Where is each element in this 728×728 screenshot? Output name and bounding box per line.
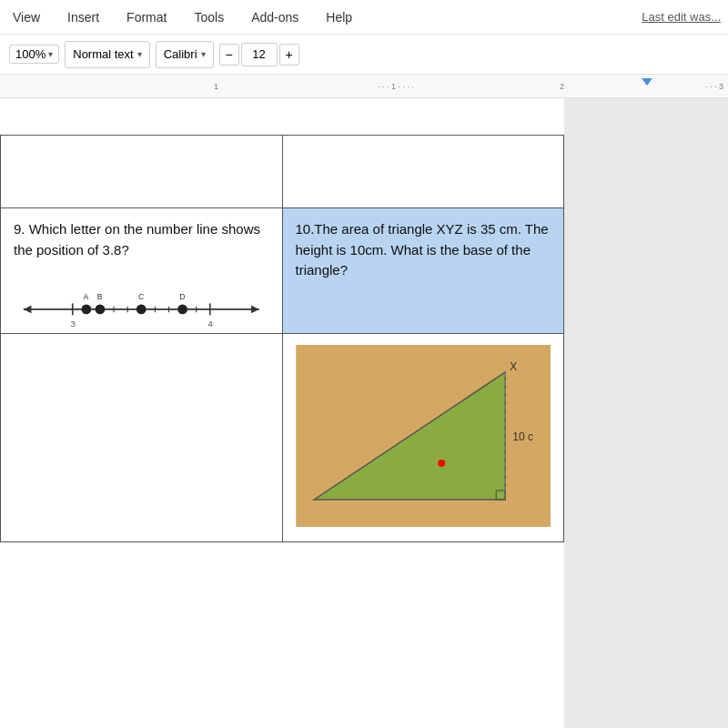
toolbar: 100% ▾ Normal text ▾ Calibri ▾ − + [0,35,728,75]
svg-text:C: C [138,292,144,301]
text-style-label: Normal text [73,47,133,61]
svg-text:D: D [179,292,185,301]
menu-addons[interactable]: Add-ons [246,6,304,28]
triangle-figure-svg: X 10 c [296,345,551,527]
content-table: 9. Which letter on the number line shows… [0,135,564,542]
font-arrow: ▾ [201,49,206,59]
menu-help[interactable]: Help [320,6,358,28]
svg-text:3: 3 [71,318,76,329]
zoom-value: 100% [15,47,46,61]
text-style-arrow: ▾ [137,49,142,59]
question-10-cell: 10.The area of triangle XYZ is 35 cm. Th… [282,208,564,334]
ruler-tick-1: 1 [214,82,218,91]
menu-format[interactable]: Format [121,6,172,28]
triangle-empty-cell [1,334,283,542]
svg-text:A: A [84,292,89,301]
svg-point-22 [177,304,187,314]
svg-point-20 [136,304,147,314]
svg-marker-2 [251,306,259,314]
number-line-container: 3 4 [14,277,269,322]
last-edit-label: Last edit was... [642,10,721,24]
ruler-tick-3: 2 [560,82,564,91]
svg-text:X: X [510,360,517,373]
number-line-svg: 3 4 [14,286,269,331]
q9-number: 9. [14,221,25,237]
triangle-image-cell: X 10 c [282,334,564,542]
font-label: Calibri [164,47,197,61]
menu-insert[interactable]: Insert [62,6,105,28]
svg-marker-1 [24,306,32,314]
q10-body: The area of triangle XYZ is 35 cm. The h… [296,221,549,278]
text-style-dropdown[interactable]: Normal text ▾ [65,41,149,68]
font-dropdown[interactable]: Calibri ▾ [156,41,214,68]
ruler-triangle [642,78,652,86]
question-10-text: 10.The area of triangle XYZ is 35 cm. Th… [296,219,551,281]
zoom-control[interactable]: 100% ▾ [9,45,59,64]
ruler-content: 1 · · · 1 · · · · 2 · · · 3 [196,75,728,97]
svg-point-16 [81,304,91,314]
ruler: 1 · · · 1 · · · · 2 · · · 3 [0,75,728,98]
menu-view[interactable]: View [7,6,46,28]
ruler-tick-4: · · · 3 [705,82,723,91]
svg-point-30 [438,460,445,467]
q9-body: Which letter on the number line shows th… [14,221,260,258]
svg-text:B: B [97,292,103,301]
table-row-questions: 9. Which letter on the number line shows… [1,208,564,334]
question-9-text: 9. Which letter on the number line shows… [14,219,269,260]
zoom-arrow: ▾ [48,49,53,59]
font-size-minus-button[interactable]: − [219,44,239,66]
font-size-plus-button[interactable]: + [279,44,299,66]
table-row-empty [1,136,564,208]
table-row-triangle: X 10 c [1,334,564,542]
font-size-control: − + [219,43,299,66]
svg-point-18 [96,304,106,314]
question-9-cell: 9. Which letter on the number line shows… [1,208,283,334]
q10-number: 10. [296,221,315,237]
font-size-input[interactable] [241,43,278,66]
ruler-tick-2: · · · 1 · · · · [378,82,414,91]
paper: 9. Which letter on the number line shows… [0,98,564,728]
document-area: 9. Which letter on the number line shows… [0,98,728,728]
empty-cell-left [1,136,283,208]
menu-bar: View Insert Format Tools Add-ons Help La… [0,0,728,35]
svg-text:10 c: 10 c [512,430,533,443]
empty-cell-right [282,136,564,208]
menu-tools[interactable]: Tools [188,6,229,28]
svg-text:4: 4 [208,318,214,329]
